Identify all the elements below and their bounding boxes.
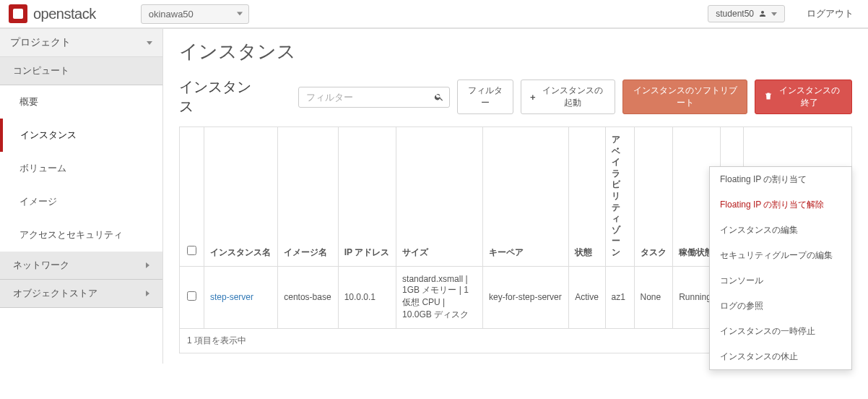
search-icon[interactable]: [434, 92, 444, 102]
sidebar-item-volumes[interactable]: ボリューム: [0, 152, 162, 185]
row-checkbox[interactable]: [187, 291, 196, 301]
sidebar-item-images[interactable]: イメージ: [0, 185, 162, 218]
cell-size: standard.xsmall | 1GB メモリー | 1 仮想 CPU | …: [396, 266, 483, 328]
soft-reboot-button[interactable]: インスタンスのソフトリブート: [622, 80, 747, 114]
sidebar-group-label: オブジェクトストア: [13, 287, 97, 300]
caret-down-icon: [771, 12, 777, 16]
caret-down-icon: [237, 12, 243, 16]
project-name: okinawa50: [149, 9, 194, 20]
col-name[interactable]: インスタンス名: [204, 127, 278, 267]
caret-right-icon: [146, 262, 149, 268]
plus-icon: +: [530, 92, 536, 103]
col-size[interactable]: サイズ: [396, 127, 483, 267]
user-menu[interactable]: student50: [708, 5, 785, 22]
dropdown-item-suspend-instance[interactable]: インスタンスの休止: [710, 344, 851, 369]
sidebar-item-overview[interactable]: 概要: [0, 85, 162, 119]
launch-instance-label: インスタンスの起動: [539, 85, 607, 109]
sidebar-panel-label: プロジェクト: [10, 36, 71, 49]
dropdown-item-disassociate-floating-ip[interactable]: Floating IP の割り当て解除: [710, 192, 851, 218]
sidebar-item-access-security[interactable]: アクセスとセキュリティ: [0, 218, 162, 252]
main-content: インスタンス インスタンス フィルター + インスタンスの起動 インスタンスのソ…: [163, 29, 868, 364]
col-keypair[interactable]: キーペア: [483, 127, 569, 267]
page-title: インスタンス: [179, 39, 852, 64]
sidebar-panel-project[interactable]: プロジェクト: [0, 29, 162, 57]
sidebar: プロジェクト コンピュート 概要 インスタンス ボリューム イメージ アクセスと…: [0, 29, 163, 364]
sidebar-group-label: コンピュート: [13, 64, 69, 77]
sidebar-group-compute[interactable]: コンピュート: [0, 57, 162, 85]
page-header-row: インスタンス フィルター + インスタンスの起動 インスタンスのソフトリブート …: [179, 77, 852, 116]
launch-instance-button[interactable]: + インスタンスの起動: [521, 80, 615, 114]
dropdown-item-pause-instance[interactable]: インスタンスの一時停止: [710, 319, 851, 344]
brand-text: openstack: [33, 6, 96, 22]
user-icon: [758, 9, 767, 18]
action-dropdown-menu: Floating IP の割り当て Floating IP の割り当て解除 イン…: [709, 166, 852, 370]
sidebar-group-network[interactable]: ネットワーク: [0, 252, 162, 280]
cell-ip: 10.0.0.1: [338, 266, 396, 328]
terminate-label: インスタンスの終了: [776, 85, 843, 109]
col-image[interactable]: イメージ名: [278, 127, 338, 267]
openstack-logo-icon: [9, 4, 27, 23]
col-task[interactable]: タスク: [634, 127, 673, 267]
logout-link[interactable]: ログアウト: [807, 7, 854, 20]
caret-down-icon: [147, 41, 152, 45]
sidebar-item-instances[interactable]: インスタンス: [0, 119, 162, 152]
terminate-instances-button[interactable]: インスタンスの終了: [755, 80, 852, 114]
brand[interactable]: openstack: [0, 0, 105, 27]
dropdown-item-edit-security-groups[interactable]: セキュリティグループの編集: [710, 243, 851, 268]
filter-button[interactable]: フィルター: [457, 80, 513, 114]
col-status[interactable]: 状態: [569, 127, 605, 267]
col-az[interactable]: アベイラビリティゾーン: [605, 127, 634, 267]
user-name: student50: [716, 9, 754, 19]
page-subtitle: インスタンス: [179, 77, 255, 116]
cell-keypair: key-for-step-server: [483, 266, 569, 328]
caret-right-icon: [146, 291, 149, 296]
sidebar-group-object-store[interactable]: オブジェクトストア: [0, 280, 162, 308]
instance-name-link[interactable]: step-server: [210, 292, 253, 302]
cell-image: centos-base: [278, 266, 338, 328]
filter-input[interactable]: [298, 87, 450, 108]
project-selector[interactable]: okinawa50: [141, 4, 249, 24]
cell-az: az1: [605, 266, 634, 328]
cell-status: Active: [569, 266, 605, 328]
topbar: openstack okinawa50 student50 ログアウト: [0, 0, 868, 29]
select-all-checkbox[interactable]: [187, 246, 196, 255]
dropdown-item-console[interactable]: コンソール: [710, 268, 851, 293]
dropdown-item-view-log[interactable]: ログの参照: [710, 293, 851, 319]
trash-icon: [764, 92, 773, 103]
cell-task: None: [634, 266, 673, 328]
dropdown-item-associate-floating-ip[interactable]: Floating IP の割り当て: [710, 167, 851, 192]
sidebar-group-label: ネットワーク: [13, 259, 69, 272]
filter-wrap: [298, 87, 450, 108]
col-ip[interactable]: IP アドレス: [338, 127, 396, 267]
dropdown-item-edit-instance[interactable]: インスタンスの編集: [710, 218, 851, 243]
